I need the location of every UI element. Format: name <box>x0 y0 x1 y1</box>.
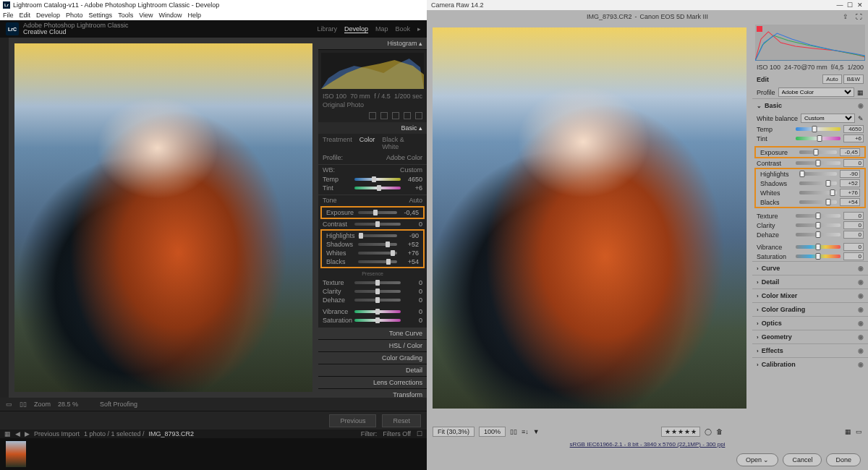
lr-original-toggle[interactable]: Original Photo <box>318 101 427 109</box>
cr-slider-contrast[interactable]: Contrast0 <box>752 158 868 168</box>
rating-stars[interactable]: ★★★★★ <box>661 427 700 437</box>
zoom-value[interactable]: 28.5 % <box>58 401 78 408</box>
slider-temp[interactable]: Temp4650 <box>318 175 427 184</box>
zoom-100[interactable]: 100% <box>479 427 506 437</box>
slider-whites[interactable]: Whites+76 <box>322 249 423 257</box>
menu-file[interactable]: File <box>3 12 14 19</box>
close-icon[interactable]: ✕ <box>856 1 864 9</box>
compare-icon[interactable]: ▯▯ <box>510 428 517 435</box>
menu-help[interactable]: Help <box>188 12 202 19</box>
fs-source[interactable]: Previous Import <box>34 430 80 437</box>
cancel-button[interactable]: Cancel <box>783 453 822 466</box>
panel-detail[interactable]: Detail <box>318 364 427 377</box>
cr-wb-select[interactable]: Custom <box>801 114 855 123</box>
filmstrip-thumb[interactable] <box>6 441 26 467</box>
cr-basic-header[interactable]: ⌄Basic◉ <box>752 98 868 112</box>
slider-vibrance[interactable]: Vibrance0 <box>318 307 427 316</box>
bw-button[interactable]: B&W <box>843 74 864 84</box>
slider-blacks[interactable]: Blacks+54 <box>322 257 423 266</box>
cr-slider-clarity[interactable]: Clarity0 <box>752 221 868 230</box>
cr-panel-effects[interactable]: ›Effects◉ <box>752 343 868 357</box>
slider-exposure[interactable]: Exposure-0,45 <box>322 208 423 217</box>
module-develop[interactable]: Develop <box>344 25 368 33</box>
filters-off[interactable]: Filters Off <box>383 430 411 437</box>
cr-panel-optics[interactable]: ›Optics◉ <box>752 316 868 330</box>
cr-slider-whites[interactable]: Whites+76 <box>756 188 864 197</box>
trash-icon[interactable]: 🗑 <box>716 428 723 435</box>
cr-canvas[interactable] <box>427 23 752 424</box>
cr-panel-geometry[interactable]: ›Geometry◉ <box>752 330 868 343</box>
cr-profile-select[interactable]: Adobe Color <box>778 87 854 97</box>
cr-panel-colormixer[interactable]: ›Color Mixer◉ <box>752 289 868 302</box>
lr-histogram[interactable] <box>321 53 424 89</box>
cr-panel-detail[interactable]: ›Detail◉ <box>752 275 868 289</box>
menu-develop[interactable]: Develop <box>36 12 60 19</box>
done-button[interactable]: Done <box>826 453 861 466</box>
cr-panel-calibration[interactable]: ›Calibration◉ <box>752 357 868 371</box>
cr-slider-temp[interactable]: Temp4650 <box>752 124 868 134</box>
zoom-fit[interactable]: Fit (30,3%) <box>433 427 475 437</box>
module-more-icon[interactable]: ▸ <box>417 25 421 33</box>
eye-icon[interactable]: ◉ <box>858 102 864 109</box>
fullscreen-icon[interactable]: ⛶ <box>856 13 862 20</box>
more-tools-icon[interactable] <box>415 112 422 119</box>
slider-tint[interactable]: Tint+6 <box>318 184 427 192</box>
slider-highlights[interactable]: Highlights-90 <box>322 231 423 240</box>
clip-warn-shadows-icon[interactable] <box>757 26 762 32</box>
open-button[interactable]: Open ⌄ <box>736 453 779 466</box>
wb-select[interactable]: Custom <box>400 166 422 174</box>
nav-fwd-icon[interactable]: ▶ <box>25 430 30 437</box>
slider-texture[interactable]: Texture0 <box>318 278 427 287</box>
cr-panel-colorgrading[interactable]: ›Color Grading◉ <box>752 302 868 316</box>
menu-view[interactable]: View <box>139 12 153 19</box>
treatment-color[interactable]: Color <box>359 136 375 150</box>
redeye-icon[interactable] <box>404 112 411 119</box>
export-icon[interactable]: ⇪ <box>843 13 848 20</box>
minimize-icon[interactable]: — <box>836 1 843 9</box>
basic-panel-header[interactable]: Basic ▴ <box>318 122 427 134</box>
reset-button[interactable]: Reset <box>382 414 421 427</box>
module-book[interactable]: Book <box>395 25 410 33</box>
panel-hsl[interactable]: HSL / Color <box>318 340 427 352</box>
panel-lens[interactable]: Lens Corrections <box>318 377 427 389</box>
slider-clarity[interactable]: Clarity0 <box>318 287 427 296</box>
menu-edit[interactable]: Edit <box>20 12 31 19</box>
menu-photo[interactable]: Photo <box>66 12 83 19</box>
cr-slider-shadows[interactable]: Shadows+52 <box>756 179 864 188</box>
maximize-icon[interactable]: ☐ <box>846 1 854 9</box>
menu-window[interactable]: Window <box>159 12 182 19</box>
cr-slider-tint[interactable]: Tint+6 <box>752 134 868 143</box>
cr-slider-dehaze[interactable]: Dehaze0 <box>752 230 868 239</box>
grid-icon[interactable]: ▦ <box>4 430 11 437</box>
cr-panel-curve[interactable]: ›Curve◉ <box>752 261 868 275</box>
auto-button[interactable]: Auto <box>822 74 841 84</box>
menu-tools[interactable]: Tools <box>118 12 133 19</box>
healing-icon[interactable] <box>380 112 388 119</box>
treatment-bw[interactable]: Black & White <box>382 136 422 150</box>
slider-contrast[interactable]: Contrast0 <box>318 220 427 228</box>
cr-slider-blacks[interactable]: Blacks+54 <box>756 197 864 207</box>
lr-left-panel-collapsed[interactable] <box>0 38 9 398</box>
filter-icon[interactable]: ▼ <box>533 428 540 435</box>
crop-icon[interactable] <box>369 112 376 119</box>
nav-back-icon[interactable]: ◀ <box>15 430 20 437</box>
filmstrip-view-icon[interactable]: ▭ <box>856 428 862 435</box>
slider-dehaze[interactable]: Dehaze0 <box>318 296 427 304</box>
cr-slider-saturation[interactable]: Saturation0 <box>752 252 868 261</box>
compare-icon[interactable]: ▯▯ <box>20 401 27 408</box>
menu-settings[interactable]: Settings <box>89 12 113 19</box>
previous-button[interactable]: Previous <box>329 414 376 427</box>
cr-workflow-link[interactable]: sRGB IEC61966-2.1 - 8 bit - 3840 x 5760 … <box>427 439 868 450</box>
eyedropper-icon[interactable]: ✎ <box>858 115 864 122</box>
filter-lock-icon[interactable]: ☐ <box>417 430 422 437</box>
mask-icon[interactable] <box>392 112 399 119</box>
module-map[interactable]: Map <box>375 25 388 33</box>
loupe-icon[interactable]: ▭ <box>6 401 12 408</box>
profile-browser-icon[interactable]: ▦ <box>857 89 864 96</box>
cr-histogram[interactable] <box>755 25 865 61</box>
cr-slider-vibrance[interactable]: Vibrance0 <box>752 242 868 252</box>
panel-colorgrading[interactable]: Color Grading <box>318 352 427 364</box>
panel-transform[interactable]: Transform <box>318 389 427 398</box>
lr-canvas[interactable] <box>9 38 318 398</box>
cr-slider-texture[interactable]: Texture0 <box>752 211 868 221</box>
